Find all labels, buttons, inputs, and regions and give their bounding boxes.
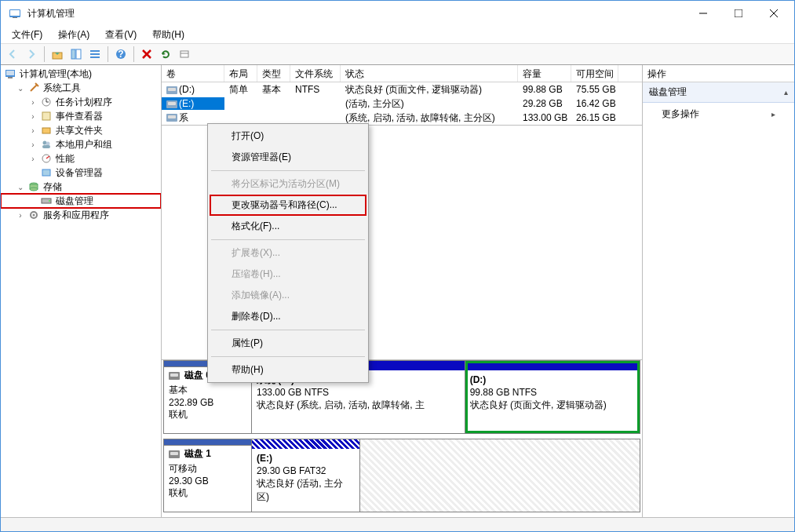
svg-rect-21 <box>8 77 13 78</box>
volume-row[interactable]: (D:)简单基本NTFS状态良好 (页面文件, 逻辑驱动器)99.88 GB75… <box>162 82 642 97</box>
show-hide-tree-button[interactable] <box>67 46 85 63</box>
expand-icon[interactable]: ⌄ <box>15 181 26 192</box>
tree-disk-management[interactable]: 磁盘管理 <box>1 194 161 208</box>
properties-button[interactable] <box>86 46 104 63</box>
ctx-explorer[interactable]: 资源管理器(E) <box>210 147 367 168</box>
actions-pane: 操作 磁盘管理 ▴ 更多操作 ▸ <box>643 65 794 517</box>
toolbar-divider <box>133 46 134 62</box>
ctx-format[interactable]: 格式化(F)... <box>210 216 367 237</box>
delete-button[interactable] <box>138 46 155 63</box>
volume-row[interactable]: (E:)(活动, 主分区)29.28 GB16.42 GB <box>162 97 642 111</box>
tree-root[interactable]: 计算机管理(本地) <box>1 67 161 81</box>
tree-local-users[interactable]: › 本地用户和组 <box>1 137 161 151</box>
actions-group-disk-management[interactable]: 磁盘管理 ▴ <box>643 82 794 103</box>
expand-icon[interactable]: › <box>27 139 38 150</box>
menu-help[interactable]: 帮助(H) <box>146 27 191 43</box>
up-button[interactable] <box>49 46 66 63</box>
help-icon: ? <box>115 49 126 60</box>
ctx-help[interactable]: 帮助(H) <box>210 359 367 381</box>
ctx-add-mirror[interactable]: 添加镜像(A)... <box>210 285 367 306</box>
refresh-icon <box>160 49 171 60</box>
disk-icon <box>169 372 180 380</box>
ctx-properties[interactable]: 属性(P) <box>210 333 367 354</box>
partition[interactable]: (E:)29.30 GB FAT32状态良好 (活动, 主分区) <box>252 439 360 512</box>
svg-text:?: ? <box>118 49 123 60</box>
svg-point-35 <box>30 188 38 191</box>
ctx-open[interactable]: 打开(O) <box>210 126 367 147</box>
tree-shared-folders[interactable]: › 共享文件夹 <box>1 123 161 137</box>
svg-rect-25 <box>42 112 50 120</box>
svg-rect-32 <box>42 169 50 176</box>
tree-device-manager[interactable]: 设备管理器 <box>1 166 161 180</box>
help-button[interactable]: ? <box>112 46 129 63</box>
ctx-extend-volume[interactable]: 扩展卷(X)... <box>210 242 367 264</box>
actions-more[interactable]: 更多操作 ▸ <box>643 103 794 126</box>
menu-action[interactable]: 操作(A) <box>52 27 96 43</box>
svg-point-28 <box>46 142 50 146</box>
col-status[interactable]: 状态 <box>341 65 518 82</box>
refresh-button[interactable] <box>157 46 174 63</box>
options-icon <box>179 49 190 60</box>
ctx-delete-volume[interactable]: 删除卷(D)... <box>210 306 367 327</box>
close-icon <box>770 9 778 17</box>
chevron-up-icon: ▴ <box>784 88 788 97</box>
expand-icon[interactable]: › <box>15 210 26 220</box>
x-icon <box>141 49 152 60</box>
forward-button[interactable] <box>23 46 40 63</box>
services-icon <box>27 209 40 221</box>
col-type[interactable]: 类型 <box>257 65 290 82</box>
minimize-icon <box>699 9 707 17</box>
volume-list-header: 卷 布局 类型 文件系统 状态 容量 可用空间 <box>162 65 642 82</box>
disk-label[interactable]: 磁盘 1可移动29.30 GB联机 <box>164 439 252 512</box>
svg-rect-1 <box>10 10 20 16</box>
tree-performance[interactable]: › 性能 <box>1 151 161 166</box>
col-free[interactable]: 可用空间 <box>571 65 618 82</box>
unallocated-space[interactable] <box>360 439 640 512</box>
ctx-separator <box>211 239 365 240</box>
close-button[interactable] <box>756 1 791 26</box>
maximize-button[interactable] <box>720 1 756 26</box>
device-icon <box>40 166 53 179</box>
toolbar: ? <box>1 43 794 65</box>
tree-system-tools[interactable]: ⌄ 系统工具 <box>1 81 161 95</box>
back-button[interactable] <box>4 46 21 63</box>
arrow-left-icon <box>7 49 18 60</box>
col-layout[interactable]: 布局 <box>224 65 257 82</box>
svg-rect-9 <box>76 49 81 59</box>
partition[interactable]: (D:)99.88 GB NTFS状态良好 (页面文件, 逻辑驱动器) <box>465 361 640 433</box>
svg-rect-4 <box>735 9 742 17</box>
minimize-button[interactable] <box>685 1 720 26</box>
menu-file[interactable]: 文件(F) <box>5 27 49 43</box>
disk-row[interactable]: 磁盘 1可移动29.30 GB联机(E:)29.30 GB FAT32状态良好 … <box>163 439 640 512</box>
menu-view[interactable]: 查看(V) <box>99 27 143 43</box>
col-volume[interactable]: 卷 <box>162 65 224 82</box>
ctx-shrink-volume[interactable]: 压缩卷(H)... <box>210 264 367 285</box>
svg-point-37 <box>49 200 50 202</box>
actions-header: 操作 <box>643 65 794 82</box>
ctx-change-drive-letter[interactable]: 更改驱动器号和路径(C)... <box>210 195 367 216</box>
expand-icon[interactable]: › <box>27 153 38 164</box>
expand-icon[interactable]: ⌄ <box>15 82 26 93</box>
context-menu: 打开(O) 资源管理器(E) 将分区标记为活动分区(M) 更改驱动器号和路径(C… <box>207 123 369 383</box>
tree-services-apps[interactable]: › 服务和应用程序 <box>1 208 161 222</box>
drive-icon <box>166 114 177 122</box>
volume-list[interactable]: 卷 布局 类型 文件系统 状态 容量 可用空间 (D:)简单基本NTFS状态良好… <box>162 65 642 126</box>
ctx-mark-active[interactable]: 将分区标记为活动分区(M) <box>210 173 367 195</box>
col-capacity[interactable]: 容量 <box>518 65 571 82</box>
navigation-tree[interactable]: 计算机管理(本地) ⌄ 系统工具 › 任务计划程序 › 事件查看器 › 共享文件… <box>1 65 162 517</box>
toolbar-divider <box>44 46 45 62</box>
shared-folder-icon <box>40 124 53 137</box>
disk-graphical-view[interactable]: 磁盘 0基本232.89 GB联机系统 (C:)133.00 GB NTFS状态… <box>162 360 642 517</box>
settings-button[interactable] <box>176 46 193 63</box>
tree-task-scheduler[interactable]: › 任务计划程序 <box>1 95 161 109</box>
expand-icon[interactable]: › <box>27 125 38 136</box>
expand-icon[interactable]: › <box>27 111 38 122</box>
expand-icon[interactable]: › <box>27 97 38 107</box>
col-filesystem[interactable]: 文件系统 <box>290 65 341 82</box>
computer-icon <box>4 67 16 80</box>
ctx-separator <box>211 330 365 330</box>
tree-event-viewer[interactable]: › 事件查看器 <box>1 109 161 123</box>
disk-icon <box>40 195 53 207</box>
tree-storage[interactable]: ⌄ 存储 <box>1 180 161 194</box>
maximize-icon <box>735 9 742 17</box>
